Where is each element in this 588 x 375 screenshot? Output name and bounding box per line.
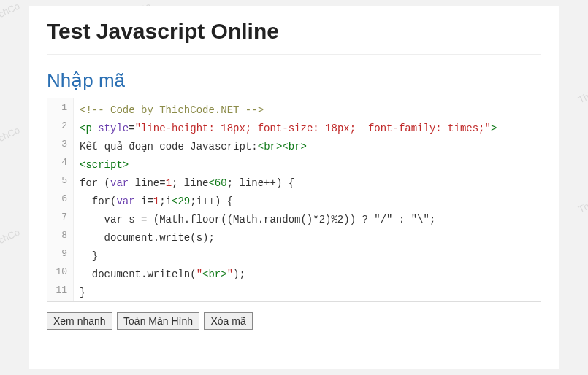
- line-number: 1: [47, 98, 73, 117]
- line-number: 8: [47, 226, 73, 244]
- line-number: 6: [47, 190, 73, 208]
- preview-button[interactable]: Xem nhanh: [47, 312, 112, 330]
- watermark: ThichCo: [0, 0, 21, 25]
- line-number: 3: [47, 135, 73, 153]
- line-number: 10: [47, 263, 73, 281]
- main-card: Test Javascript Online Nhập mã 123456789…: [29, 6, 559, 369]
- line-number: 2: [47, 117, 73, 135]
- line-number: 9: [47, 244, 73, 263]
- code-line[interactable]: for (var line=1; line<60; line++) {: [80, 174, 535, 193]
- fullscreen-button[interactable]: Toàn Màn Hình: [117, 312, 199, 330]
- code-editor[interactable]: 1234567891011 <!-- Code by ThichCode.NET…: [47, 98, 541, 302]
- line-number: 7: [47, 208, 73, 226]
- line-number: 4: [47, 153, 73, 171]
- code-line[interactable]: document.write(s);: [80, 229, 535, 247]
- section-label: Nhập mã: [47, 69, 541, 92]
- watermark: ThichCo: [576, 80, 588, 105]
- page-title: Test Javascript Online: [47, 19, 541, 55]
- code-line[interactable]: var s = (Math.floor((Math.random()*2)%2)…: [80, 211, 535, 229]
- code-line[interactable]: <p style="line-height: 18px; font-size: …: [80, 120, 535, 138]
- code-line[interactable]: <!-- Code by ThichCode.NET -->: [80, 101, 535, 120]
- code-content[interactable]: <!-- Code by ThichCode.NET --><p style="…: [74, 98, 541, 301]
- editor-scroll[interactable]: 1234567891011 <!-- Code by ThichCode.NET…: [47, 98, 541, 301]
- code-line[interactable]: for(var i=1;i<29;i++) {: [80, 193, 535, 211]
- code-line[interactable]: }: [80, 247, 535, 266]
- line-number: 5: [47, 171, 73, 190]
- button-row: Xem nhanh Toàn Màn Hình Xóa mã: [47, 312, 541, 330]
- line-number: 11: [47, 281, 73, 299]
- code-line[interactable]: <script>: [80, 156, 535, 174]
- code-line[interactable]: Kết quả đoạn code Javascript:<br><br>: [80, 138, 535, 156]
- watermark: ThichCo: [0, 226, 21, 251]
- watermark: ThichCo: [576, 190, 588, 214]
- watermark: ThichCo: [0, 124, 21, 149]
- line-gutter: 1234567891011: [47, 98, 74, 301]
- code-line[interactable]: document.writeln("<br>");: [80, 266, 535, 284]
- clear-button[interactable]: Xóa mã: [204, 312, 252, 330]
- code-line[interactable]: }: [80, 284, 535, 301]
